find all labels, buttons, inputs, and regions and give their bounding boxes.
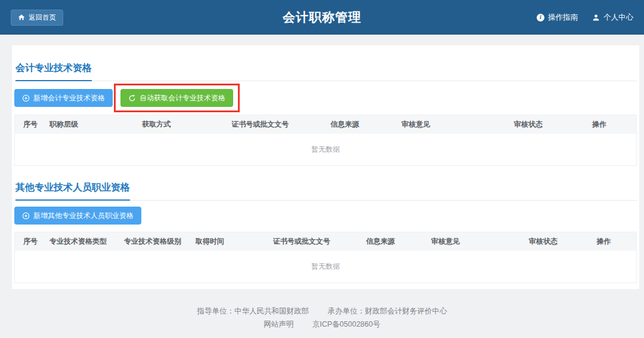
- footer-links-line: 网站声明 京ICP备05002860号: [0, 318, 644, 331]
- user-icon: [592, 14, 600, 21]
- section-head: 其他专业技术人员职业资格: [14, 182, 637, 201]
- accounting-qualification-table: 序号 职称层级 获取方式 证书号或批文文号 信息来源 审核意见 审核状态 操作 …: [14, 115, 637, 166]
- site-statement-link[interactable]: 网站声明: [264, 320, 293, 328]
- back-home-label: 返回首页: [29, 13, 56, 22]
- button-row: 新增会计专业技术资格 自动获取会计专业技术资格: [14, 84, 637, 112]
- column-header: 取得时间: [190, 232, 267, 251]
- content-card: 会计专业技术资格 新增会计专业技术资格 自动获取会计专业技术资格: [12, 45, 639, 289]
- button-row: 新增其他专业技术人员职业资格: [14, 207, 637, 225]
- column-header: 信息来源: [360, 232, 425, 251]
- auto-fetch-accounting-qualification-button[interactable]: 自动获取会计专业技术资格: [120, 89, 233, 107]
- personal-center-link[interactable]: 个人中心: [592, 13, 633, 23]
- empty-state-text: 暂无数据: [15, 134, 636, 165]
- table-header-row: 序号 专业技术资格类型 专业技术资格级别 取得时间 证书号或批文文号 信息来源 …: [15, 232, 636, 251]
- column-header: 审核状态: [494, 115, 562, 134]
- page-footer: 指导单位：中华人民共和国财政部 承办单位：财政部会计财务评价中心 网站声明 京I…: [0, 305, 644, 331]
- column-header: 审核意见: [425, 232, 515, 251]
- section-title-accounting: 会计专业技术资格: [16, 62, 92, 81]
- header-right-nav: 操作指南 个人中心: [537, 13, 633, 23]
- button-label: 自动获取会计专业技术资格: [140, 93, 225, 103]
- personal-center-label: 个人中心: [603, 13, 633, 23]
- add-accounting-qualification-button[interactable]: 新增会计专业技术资格: [14, 89, 113, 107]
- highlight-annotation-rectangle: 自动获取会计专业技术资格: [114, 84, 240, 112]
- section-other-qualification: 其他专业技术人员职业资格 新增其他专业技术人员职业资格 序号 专业技术资格类: [14, 182, 637, 283]
- refresh-icon: [128, 94, 136, 102]
- column-header: 操作: [571, 232, 636, 251]
- column-header: 操作: [562, 115, 636, 134]
- column-header: 信息来源: [324, 115, 395, 134]
- table-row: 暂无数据: [15, 251, 636, 282]
- column-header: 证书号或批文文号: [267, 232, 360, 251]
- button-label: 新增会计专业技术资格: [33, 93, 105, 103]
- table-header-row: 序号 职称层级 获取方式 证书号或批文文号 信息来源 审核意见 审核状态 操作: [15, 115, 636, 134]
- footer-host-unit: 承办单位：财政部会计财务评价中心: [327, 307, 447, 315]
- column-header: 序号: [15, 115, 44, 134]
- footer-units-line: 指导单位：中华人民共和国财政部 承办单位：财政部会计财务评价中心: [0, 305, 644, 318]
- empty-state-text: 暂无数据: [15, 251, 636, 282]
- button-label: 新增其他专业技术人员职业资格: [33, 211, 134, 221]
- table-row: 暂无数据: [15, 134, 636, 165]
- column-header: 证书号或批文文号: [225, 115, 324, 134]
- section-accounting-qualification: 会计专业技术资格 新增会计专业技术资格 自动获取会计专业技术资格: [14, 62, 637, 166]
- column-header: 专业技术资格级别: [118, 232, 190, 251]
- operation-guide-label: 操作指南: [548, 13, 578, 23]
- plus-circle-icon: [22, 212, 30, 220]
- info-icon: [537, 14, 544, 21]
- add-other-qualification-button[interactable]: 新增其他专业技术人员职业资格: [14, 207, 141, 225]
- column-header: 审核状态: [515, 232, 571, 251]
- other-qualification-table: 序号 专业技术资格类型 专业技术资格级别 取得时间 证书号或批文文号 信息来源 …: [14, 232, 637, 283]
- column-header: 专业技术资格类型: [44, 232, 118, 251]
- plus-circle-icon: [22, 94, 30, 102]
- operation-guide-link[interactable]: 操作指南: [537, 13, 578, 23]
- column-header: 获取方式: [136, 115, 225, 134]
- column-header: 序号: [15, 232, 44, 251]
- column-header: 审核意见: [395, 115, 494, 134]
- column-header: 职称层级: [44, 115, 136, 134]
- footer-guide-unit: 指导单位：中华人民共和国财政部: [197, 307, 309, 315]
- section-title-other: 其他专业技术人员职业资格: [16, 182, 130, 201]
- section-head: 会计专业技术资格: [14, 62, 637, 81]
- icp-number-link[interactable]: 京ICP备05002860号: [312, 320, 380, 328]
- home-icon: [18, 14, 25, 21]
- top-header: 返回首页 会计职称管理 操作指南 个人中心: [0, 0, 644, 35]
- back-home-button[interactable]: 返回首页: [11, 10, 63, 26]
